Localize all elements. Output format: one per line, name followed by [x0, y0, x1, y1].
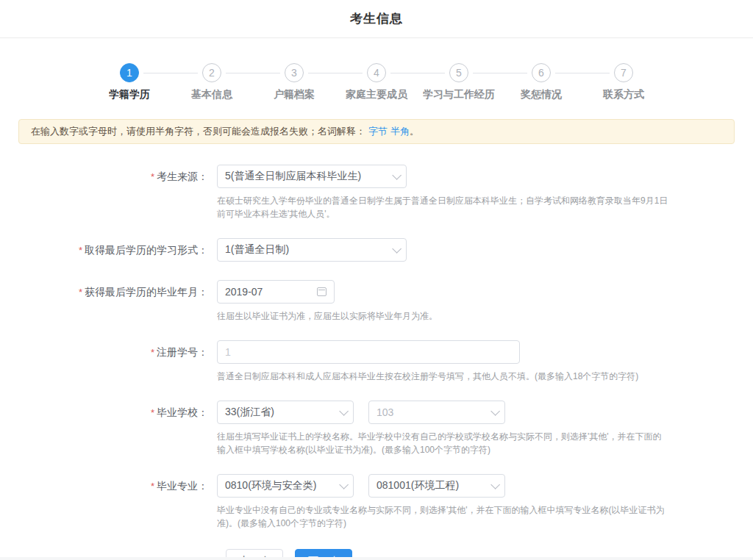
notice-suffix: 。	[410, 126, 419, 137]
footer-divider	[0, 557, 753, 560]
notice-banner: 在输入数字或字母时，请使用半角字符，否则可能会造成报名失败；名词解释：字节半角。	[18, 119, 735, 144]
step-number-badge: 5	[449, 63, 468, 82]
chevron-down-icon	[392, 244, 402, 254]
enrollment-education-form: *考生来源： 5(普通全日制应届本科毕业生) 在硕士研究生入学年份毕业的普通全日…	[0, 165, 753, 560]
major-category-select[interactable]: 0810(环境与安全类)	[217, 474, 354, 498]
form-row-student-id: *注册学号： 普通全日制应届本科和成人应届本科毕业生按在校注册学号填写，其他人员…	[0, 340, 753, 383]
field-label: *取得最后学历的学习形式：	[0, 238, 217, 262]
step-number-badge: 4	[367, 63, 386, 82]
field-help-text: 往届生以毕业证书为准，应届生以实际将毕业年月为准。	[217, 309, 668, 323]
step-label: 学籍学历	[109, 88, 150, 101]
link-byte-glossary[interactable]: 字节	[368, 126, 388, 137]
chevron-down-icon	[490, 480, 500, 489]
student-id-field-wrap	[217, 340, 520, 364]
step-study-work-experience[interactable]: 5 学习与工作经历	[418, 63, 500, 101]
step-number-badge: 3	[285, 63, 304, 82]
link-halfwidth-glossary[interactable]: 半角	[390, 126, 410, 137]
notice-text: 在输入数字或字母时，请使用半角字符，否则可能会造成报名失败；名词解释：	[31, 126, 365, 137]
field-help-text: 往届生填写毕业证书上的学校名称。毕业学校中没有自己的学校或学校名称与实际不同，则…	[217, 430, 668, 456]
required-asterisk: *	[151, 407, 154, 418]
form-row-candidate-source: *考生来源： 5(普通全日制应届本科毕业生) 在硕士研究生入学年份毕业的普通全日…	[0, 165, 753, 220]
step-rewards-punishments[interactable]: 6 奖惩情况	[500, 63, 582, 101]
step-contact-info[interactable]: 7 联系方式	[582, 63, 665, 101]
candidate-info-page: 考生信息 1 学籍学历 2 基本信息 3 户籍档案 4 家庭主要成员 5 学习与…	[0, 0, 753, 560]
field-help-text: 毕业专业中没有自己的专业或专业名称与实际不同，则选择'其他'，并在下面的输入框中…	[217, 503, 668, 530]
step-label: 奖惩情况	[521, 88, 562, 101]
required-asterisk: *	[79, 287, 82, 298]
chevron-down-icon	[339, 406, 349, 416]
required-asterisk: *	[151, 347, 154, 358]
form-row-graduation-date: *获得最后学历的毕业年月： 2019-07 往届生以毕业证书为准，应届生以实际将…	[0, 280, 753, 323]
chevron-down-icon	[392, 170, 402, 180]
required-asterisk: *	[79, 245, 82, 256]
step-number-badge: 1	[120, 63, 139, 82]
field-label: *毕业学校：	[0, 401, 217, 425]
chevron-down-icon	[490, 406, 500, 416]
school-name-select[interactable]: 103	[368, 401, 505, 424]
school-province-select[interactable]: 33(浙江省)	[217, 401, 354, 424]
step-label: 学习与工作经历	[423, 88, 495, 101]
chevron-down-icon	[339, 480, 349, 489]
field-help-text: 普通全日制应届本科和成人应届本科毕业生按在校注册学号填写，其他人员不填。(最多输…	[217, 370, 668, 383]
step-number-badge: 2	[202, 63, 221, 82]
step-number-badge: 7	[614, 63, 633, 82]
step-label: 联系方式	[603, 88, 644, 101]
form-row-study-form: *取得最后学历的学习形式： 1(普通全日制)	[0, 238, 753, 262]
page-header: 考生信息	[0, 0, 753, 38]
page-title: 考生信息	[350, 10, 403, 27]
step-family-members[interactable]: 4 家庭主要成员	[335, 63, 418, 101]
calendar-icon	[317, 287, 326, 296]
step-label: 基本信息	[191, 88, 232, 101]
field-label: *毕业专业：	[0, 474, 217, 498]
form-row-graduation-major: *毕业专业： 0810(环境与安全类) 081001(环境工程) 毕业专业中没有…	[0, 474, 753, 530]
field-label: *注册学号：	[0, 340, 217, 365]
stepper: 1 学籍学历 2 基本信息 3 户籍档案 4 家庭主要成员 5 学习与工作经历 …	[0, 63, 753, 101]
step-basic-info[interactable]: 2 基本信息	[171, 63, 253, 101]
required-asterisk: *	[151, 171, 154, 182]
required-asterisk: *	[151, 481, 154, 492]
graduation-date-picker[interactable]: 2019-07	[217, 280, 335, 304]
field-label: *考生来源：	[0, 165, 217, 189]
step-label: 户籍档案	[274, 88, 315, 101]
step-enrollment-education[interactable]: 1 学籍学历	[88, 63, 171, 101]
study-form-select[interactable]: 1(普通全日制)	[217, 238, 407, 262]
field-help-text: 在硕士研究生入学年份毕业的普通全日制学生属于普通全日制应届本科毕业生；自学考试和…	[217, 194, 668, 220]
major-name-select[interactable]: 081001(环境工程)	[368, 474, 505, 498]
candidate-source-select[interactable]: 5(普通全日制应届本科毕业生)	[217, 165, 407, 188]
student-id-input[interactable]	[225, 346, 512, 358]
form-row-graduation-school: *毕业学校： 33(浙江省) 103 往届生填写毕业证书上的学校名称。毕业学校中…	[0, 401, 753, 456]
step-household-archive[interactable]: 3 户籍档案	[253, 63, 335, 101]
field-label: *获得最后学历的毕业年月：	[0, 280, 217, 304]
step-number-badge: 6	[532, 63, 551, 82]
step-label: 家庭主要成员	[346, 88, 407, 101]
